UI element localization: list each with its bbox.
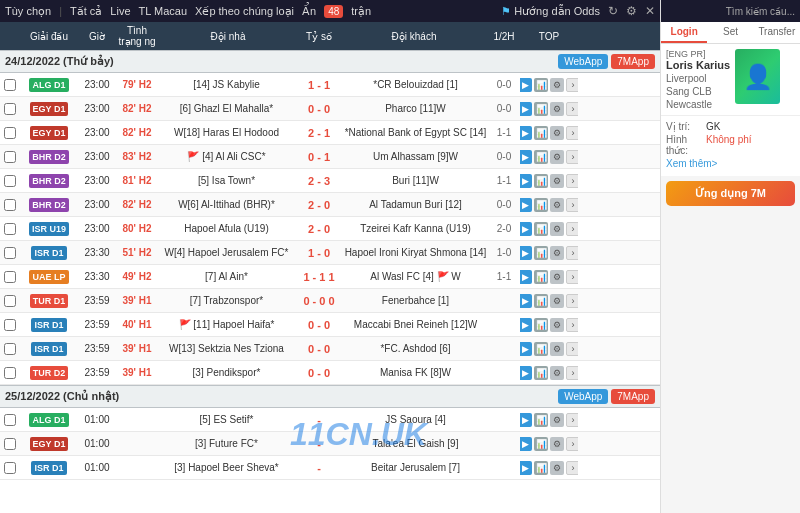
stats-icon[interactable]: 📊 [534,366,548,380]
row-checkbox[interactable] [0,361,20,384]
video-icon[interactable]: ▶ [520,294,532,308]
table-row[interactable]: UAE LP 23:30 49' H2 [7] Al Ain* 1 - 1 1 … [0,265,660,289]
row-away[interactable]: Um Alhassam [9]W [340,145,488,168]
nav-tl-macau[interactable]: TL Macau [139,5,188,17]
expand-icon[interactable]: › [566,246,578,260]
row-checkbox[interactable] [0,97,20,120]
row-checkbox[interactable] [0,408,20,431]
expand-icon[interactable]: › [566,126,578,140]
stats-icon[interactable]: 📊 [534,270,548,284]
row-away[interactable]: Al Wasl FC [4] 🚩 W [340,265,488,288]
row-checkbox[interactable] [0,73,20,96]
webapp-btn-1[interactable]: WebApp [558,54,608,69]
row-away[interactable]: *National Bank of Egypt SC [14] [340,121,488,144]
stats-icon[interactable]: 📊 [534,437,548,451]
stats-icon[interactable]: 📊 [534,222,548,236]
stats-icon[interactable]: 📊 [534,78,548,92]
table-row[interactable]: EGY D1 23:00 82' H2 W[18] Haras El Hodoo… [0,121,660,145]
row-away[interactable]: Al Tadamun Buri [12] [340,193,488,216]
stats-icon[interactable]: 📊 [534,150,548,164]
gear-icon[interactable]: ⚙ [550,102,564,116]
stats-icon[interactable]: 📊 [534,126,548,140]
video-icon[interactable]: ▶ [520,366,532,380]
row-home[interactable]: [3] Hapoel Beer Sheva* [158,456,298,479]
row-away[interactable]: JS Saoura [4] [340,408,488,431]
expand-icon[interactable]: › [566,366,578,380]
gear-icon[interactable]: ⚙ [550,198,564,212]
gear-icon[interactable]: ⚙ [550,318,564,332]
table-row[interactable]: BHR D2 23:00 83' H2 🚩 [4] Al Ali CSC* 0 … [0,145,660,169]
stats-icon[interactable]: 📊 [534,294,548,308]
refresh-icon[interactable]: ↻ [608,4,618,18]
video-icon[interactable]: ▶ [520,437,532,451]
expand-icon[interactable]: › [566,270,578,284]
table-row[interactable]: ALG D1 01:00 [5] ES Setif* - JS Saoura [… [0,408,660,432]
table-row[interactable]: ISR D1 23:59 40' H1 🚩 [11] Hapoel Haifa*… [0,313,660,337]
row-away[interactable]: *FC. Ashdod [6] [340,337,488,360]
video-icon[interactable]: ▶ [520,413,532,427]
expand-icon[interactable]: › [566,294,578,308]
stats-icon[interactable]: 📊 [534,198,548,212]
row-checkbox[interactable] [0,217,20,240]
expand-icon[interactable]: › [566,437,578,451]
video-icon[interactable]: ▶ [520,102,532,116]
nav-tat-ca[interactable]: Tất cả [70,5,102,18]
row-home[interactable]: [14] JS Kabylie [158,73,298,96]
expand-icon[interactable]: › [566,461,578,475]
gear-icon[interactable]: ⚙ [550,78,564,92]
row-checkbox[interactable] [0,456,20,479]
video-icon[interactable]: ▶ [520,318,532,332]
video-icon[interactable]: ▶ [520,198,532,212]
row-away[interactable]: Maccabi Bnei Reineh [12]W [340,313,488,336]
stats-icon[interactable]: 📊 [534,246,548,260]
row-checkbox[interactable] [0,289,20,312]
table-row[interactable]: BHR D2 23:00 81' H2 [5] Isa Town* 2 - 3 … [0,169,660,193]
gear-icon[interactable]: ⚙ [550,342,564,356]
video-icon[interactable]: ▶ [520,222,532,236]
row-checkbox[interactable] [0,121,20,144]
nav-xep-theo[interactable]: Xếp theo chúng loại [195,5,294,18]
table-row[interactable]: ISR D1 01:00 [3] Hapoel Beer Sheva* - Be… [0,456,660,480]
video-icon[interactable]: ▶ [520,246,532,260]
video-icon[interactable]: ▶ [520,150,532,164]
gear-icon[interactable]: ⚙ [550,461,564,475]
video-icon[interactable]: ▶ [520,174,532,188]
odds-link[interactable]: ⚑ Hướng dẫn Odds [501,5,600,18]
see-more-link[interactable]: Xem thêm> [666,158,717,169]
video-icon[interactable]: ▶ [520,461,532,475]
gear-icon[interactable]: ⚙ [550,222,564,236]
row-away[interactable]: Buri [11]W [340,169,488,192]
row-checkbox[interactable] [0,313,20,336]
nav-an[interactable]: Ẩn [302,5,316,18]
row-away[interactable]: *CR Belouizdad [1] [340,73,488,96]
expand-icon[interactable]: › [566,222,578,236]
stats-icon[interactable]: 📊 [534,461,548,475]
expand-icon[interactable]: › [566,198,578,212]
expand-icon[interactable]: › [566,413,578,427]
row-away[interactable]: Hapoel Ironi Kiryat Shmona [14] [340,241,488,264]
expand-icon[interactable]: › [566,318,578,332]
stats-icon[interactable]: 📊 [534,318,548,332]
row-away[interactable]: Manisa FK [8]W [340,361,488,384]
row-home[interactable]: [6] Ghazl El Mahalla* [158,97,298,120]
tab-login[interactable]: Login [661,22,707,43]
row-checkbox[interactable] [0,432,20,455]
row-home[interactable]: [5] Isa Town* [158,169,298,192]
gear-icon[interactable]: ⚙ [550,174,564,188]
stats-icon[interactable]: 📊 [534,174,548,188]
app-button[interactable]: Ứng dụng 7M [666,181,795,206]
table-row[interactable]: TUR D2 23:59 39' H1 [3] Pendikspor* 0 - … [0,361,660,385]
row-home[interactable]: [7] Al Ain* [158,265,298,288]
table-row[interactable]: ISR D1 23:59 39' H1 W[13] Sektzia Nes Tz… [0,337,660,361]
row-checkbox[interactable] [0,169,20,192]
row-checkbox[interactable] [0,145,20,168]
row-home[interactable]: W[18] Haras El Hodood [158,121,298,144]
video-icon[interactable]: ▶ [520,342,532,356]
row-home[interactable]: 🚩 [4] Al Ali CSC* [158,145,298,168]
nav-live[interactable]: Live [110,5,130,17]
row-checkbox[interactable] [0,193,20,216]
stats-icon[interactable]: 📊 [534,413,548,427]
table-row[interactable]: BHR D2 23:00 82' H2 W[6] Al-Ittihad (BHR… [0,193,660,217]
row-away[interactable]: Fenerbahce [1] [340,289,488,312]
expand-icon[interactable]: › [566,174,578,188]
